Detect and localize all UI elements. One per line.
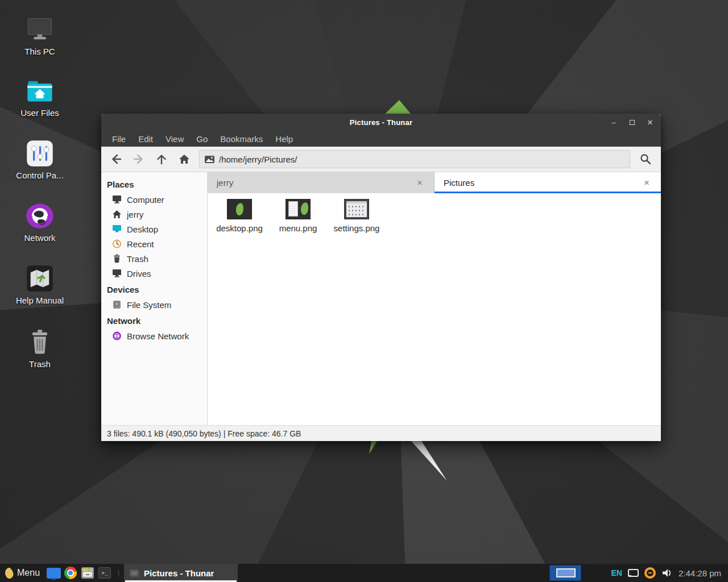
minimize-button[interactable]: – — [606, 115, 621, 129]
menu-view[interactable]: View — [159, 131, 190, 147]
desktop-icon-trash[interactable]: Trash — [6, 329, 74, 369]
computer-icon — [112, 195, 122, 204]
update-manager-icon[interactable] — [644, 567, 656, 579]
tab-bar: jerry × Pictures × — [208, 172, 661, 193]
menu-edit[interactable]: Edit — [132, 131, 159, 147]
tab-label: Pictures — [444, 178, 474, 188]
sidebar-header-network: Network — [101, 312, 207, 329]
trash-can-icon — [25, 329, 55, 356]
sidebar-item-recent[interactable]: Recent — [101, 236, 207, 251]
panel-handle: ⋮ — [113, 569, 124, 577]
computer-monitor-icon — [25, 16, 55, 43]
file-desktop-png[interactable]: desktop.png — [212, 199, 267, 233]
menu-help[interactable]: Help — [269, 131, 299, 147]
content-pane: jerry × Pictures × desktop.png — [208, 172, 661, 425]
file-menu-png[interactable]: menu.png — [271, 199, 325, 233]
file-settings-png[interactable]: settings.png — [329, 199, 384, 233]
sidebar-item-computer[interactable]: Computer — [101, 192, 207, 207]
show-desktop-icon — [47, 568, 61, 579]
drives-icon — [112, 269, 122, 278]
sidebar-item-label: File System — [127, 300, 171, 310]
chrome-launcher[interactable] — [62, 564, 79, 582]
help-manual-icon — [25, 265, 55, 292]
back-arrow-icon — [110, 153, 122, 165]
show-desktop-launcher[interactable] — [45, 564, 62, 582]
menu-bookmarks[interactable]: Bookmarks — [214, 131, 269, 147]
sidebar-item-jerry[interactable]: jerry — [101, 207, 207, 222]
close-button[interactable]: ✕ — [643, 115, 657, 129]
desktop-icon-control-panel[interactable]: Control Pa... — [6, 140, 74, 180]
sidebar-item-drives[interactable]: Drives — [101, 266, 207, 281]
taskbar-task-thunar[interactable]: Pictures - Thunar — [124, 564, 238, 582]
desktop-icon-user-files[interactable]: User Files — [6, 77, 74, 118]
sidebar: Places Computer jerry — [101, 172, 208, 425]
back-button[interactable] — [105, 149, 127, 169]
sidebar-item-desktop[interactable]: Desktop — [101, 222, 207, 236]
desktop-icon-label: Control Pa... — [6, 171, 74, 180]
trash-icon — [112, 254, 122, 263]
tab-close-icon[interactable]: × — [415, 177, 425, 189]
menu-screenshot-thumb — [286, 199, 311, 219]
desktop-icon-help-manual[interactable]: Help Manual — [6, 265, 74, 305]
recent-clock-icon — [112, 239, 122, 248]
toolbar: /home/jerry/Pictures/ — [101, 147, 661, 172]
titlebar[interactable]: Pictures - Thunar – ✕ — [101, 114, 661, 131]
sidebar-item-trash[interactable]: Trash — [101, 251, 207, 266]
sidebar-item-browse-network[interactable]: Browse Network — [101, 329, 207, 343]
desktop-icon-network[interactable]: Network — [6, 202, 74, 243]
home-icon — [112, 210, 122, 219]
desktop-icon-label: Trash — [6, 359, 74, 369]
menubar: File Edit View Go Bookmarks Help — [101, 131, 661, 147]
tab-label: jerry — [217, 178, 233, 188]
thunar-window-icon — [130, 569, 139, 577]
path-bar[interactable]: /home/jerry/Pictures/ — [199, 150, 630, 168]
image-folder-icon — [205, 156, 214, 163]
desktop-icon-this-pc[interactable]: This PC — [6, 16, 74, 56]
menu-file[interactable]: File — [106, 131, 132, 147]
sidebar-item-label: Desktop — [127, 225, 158, 234]
home-folder-icon — [25, 77, 55, 105]
display-tray-icon[interactable] — [628, 569, 639, 577]
file-view[interactable]: desktop.png menu.png settings.png — [208, 193, 661, 425]
tab-jerry[interactable]: jerry × — [208, 172, 435, 193]
workspace-switcher[interactable] — [549, 565, 581, 581]
home-button[interactable] — [173, 149, 196, 169]
tab-pictures[interactable]: Pictures × — [435, 172, 661, 193]
taskbar: Menu >_ ⋮ Pictures - Thunar EN 2:44:28 p… — [0, 564, 728, 582]
thunar-window: Pictures - Thunar – ✕ File Edit View Go … — [101, 114, 661, 441]
tab-close-icon[interactable]: × — [642, 177, 652, 189]
desktop-screenshot-thumb — [227, 199, 252, 219]
browse-network-icon — [112, 331, 122, 340]
chrome-browser-icon — [64, 567, 77, 579]
menu-button[interactable]: Menu — [0, 564, 45, 582]
volume-icon[interactable] — [661, 568, 673, 578]
sidebar-item-label: Browse Network — [127, 331, 189, 341]
file-manager-launcher[interactable] — [79, 564, 96, 582]
forward-button[interactable] — [127, 149, 150, 169]
task-label: Pictures - Thunar — [144, 568, 214, 578]
clock[interactable]: 2:44:28 pm — [679, 568, 723, 578]
maximize-button[interactable] — [624, 115, 639, 129]
keyboard-layout-indicator[interactable]: EN — [611, 568, 622, 577]
desktop-icon-label: This PC — [6, 47, 74, 56]
sidebar-item-label: Computer — [127, 195, 164, 205]
active-workspace — [556, 568, 576, 577]
terminal-launcher[interactable]: >_ — [96, 564, 113, 582]
mint-logo-icon — [4, 567, 14, 579]
file-name: desktop.png — [212, 223, 267, 233]
file-name: settings.png — [329, 223, 384, 233]
home-icon — [178, 153, 191, 165]
desktop-icon-label: User Files — [6, 108, 74, 118]
network-globe-icon — [25, 202, 55, 230]
sidebar-item-label: Recent — [127, 239, 154, 249]
path-text: /home/jerry/Pictures/ — [219, 155, 297, 164]
up-arrow-icon — [155, 153, 168, 165]
sidebar-item-file-system[interactable]: File System — [101, 297, 207, 312]
up-button[interactable] — [150, 149, 173, 169]
file-manager-icon — [81, 567, 94, 579]
status-text: 3 files: 490.1 kB (490,050 bytes) | Free… — [107, 429, 301, 438]
search-button[interactable] — [634, 149, 657, 169]
terminal-icon: >_ — [98, 567, 111, 579]
search-icon — [639, 153, 652, 165]
menu-go[interactable]: Go — [190, 131, 214, 147]
